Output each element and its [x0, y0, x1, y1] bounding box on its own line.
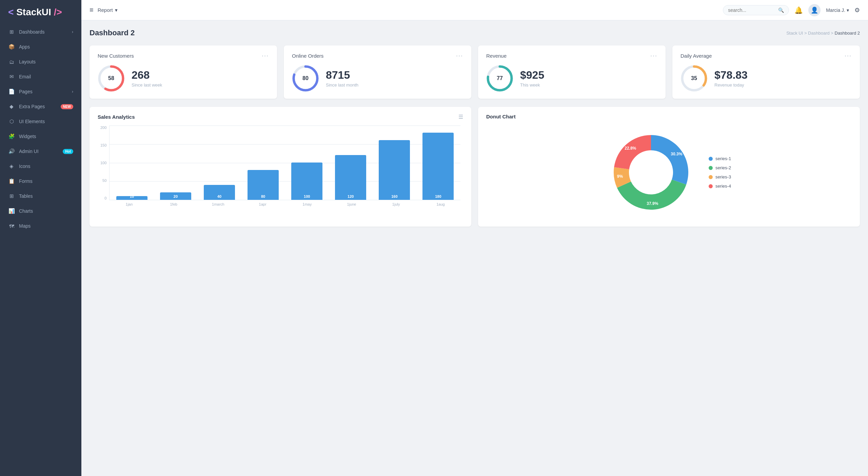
stat-value-revenue: $925 — [520, 70, 544, 80]
legend-item-0: series-1 — [709, 156, 731, 161]
badge-new: New — [61, 104, 73, 109]
sidebar-item-layouts[interactable]: 🗂 Layouts — [0, 54, 81, 69]
stat-dots-daily-average[interactable]: ··· — [845, 52, 852, 59]
menu-icon[interactable]: ≡ — [90, 6, 94, 14]
stat-card-new-customers: New Customers ··· 58 268 Since last week — [90, 45, 277, 99]
bar-label-inside-1jan: 10 — [130, 194, 134, 200]
y-label-100: 100 — [100, 161, 106, 165]
search-input[interactable] — [728, 7, 775, 13]
sidebar-item-extra-pages[interactable]: ◆ Extra Pages New — [0, 99, 81, 114]
main-content: ≡ Report ▾ 🔍 🔔 👤 Marcia J. ▾ ⚙ Dashboard… — [81, 0, 868, 476]
sidebar-item-widgets[interactable]: 🧩 Widgets — [0, 129, 81, 144]
nav-icon-admin-ui: 🔊 — [8, 148, 15, 155]
bar-xlabel-1apr: 1apr — [243, 200, 282, 206]
stat-card-body-daily-average: 35 $78.83 Revenue today — [680, 65, 852, 92]
stat-title-daily-average: Daily Average — [680, 53, 712, 59]
donut-pct-3: 22.8% — [625, 146, 636, 151]
circle-text-new-customers: 58 — [108, 75, 114, 81]
stat-dots-revenue[interactable]: ··· — [650, 52, 657, 59]
bar-1apr[interactable]: 80 — [248, 170, 279, 200]
sidebar-item-admin-ui[interactable]: 🔊 Admin UI Hot — [0, 144, 81, 159]
stat-dots-online-orders[interactable]: ··· — [456, 52, 463, 59]
donut-legend: series-1 series-2 series-3 series-4 — [709, 156, 731, 189]
bar-1feb[interactable]: 20 — [160, 192, 191, 200]
donut-wrap: 30.3%37.9%9%22.8% series-1 series-2 seri… — [486, 125, 852, 220]
bell-icon[interactable]: 🔔 — [794, 6, 803, 14]
bar-item-1may: 100 — [288, 126, 327, 200]
sidebar-item-icons[interactable]: ◈ Icons — [0, 159, 81, 174]
stat-sub-online-orders: Since last month — [326, 82, 358, 88]
stat-title-revenue: Revenue — [486, 53, 507, 59]
logo-text: StackUI — [16, 7, 54, 17]
header: ≡ Report ▾ 🔍 🔔 👤 Marcia J. ▾ ⚙ — [81, 0, 868, 20]
stat-value-new-customers: 268 — [132, 70, 162, 80]
stat-values-online-orders: 8715 Since last month — [326, 70, 358, 88]
y-label-150: 150 — [100, 143, 106, 147]
bar-item-1aug: 180 — [419, 126, 458, 200]
breadcrumb-current: Dashboard 2 — [835, 31, 860, 36]
bar-1july[interactable]: 160 — [379, 140, 410, 200]
sidebar-item-dashboards[interactable]: ⊞ Dashboards › — [0, 24, 81, 39]
sidebar-item-tables[interactable]: ⊞ Tables — [0, 189, 81, 204]
sidebar-item-maps[interactable]: 🗺 Maps — [0, 218, 81, 233]
bar-1jan[interactable]: 10 — [116, 196, 147, 200]
legend-item-1: series-2 — [709, 165, 731, 170]
bar-chart-wrap: 200 150 100 50 0 — [98, 126, 463, 206]
bar-xlabel-1june: 1june — [332, 200, 371, 206]
nav-arrow: › — [72, 89, 73, 94]
header-right: 🔍 🔔 👤 Marcia J. ▾ ⚙ — [723, 4, 860, 16]
logo-lt: < — [8, 7, 16, 17]
sidebar-item-pages[interactable]: 📄 Pages › — [0, 84, 81, 99]
gear-icon[interactable]: ⚙ — [854, 6, 860, 14]
nav-label-apps: Apps — [19, 44, 73, 50]
stat-sub-revenue: This week — [520, 82, 544, 88]
stat-card-header-revenue: Revenue ··· — [486, 52, 657, 59]
stat-values-new-customers: 268 Since last week — [132, 70, 162, 88]
nav-icon-maps: 🗺 — [8, 223, 15, 229]
stat-card-body-new-customers: 58 268 Since last week — [98, 65, 269, 92]
bar-1june[interactable]: 120 — [335, 155, 366, 200]
nav-icon-dashboards: ⊞ — [8, 28, 15, 35]
donut-seg-0[interactable] — [651, 135, 688, 185]
legend-item-2: series-3 — [709, 174, 731, 179]
nav-icon-widgets: 🧩 — [8, 133, 15, 140]
circle-text-daily-average: 35 — [691, 75, 697, 81]
nav-label-maps: Maps — [19, 223, 73, 229]
bar-item-1june: 120 — [331, 126, 370, 200]
stat-card-body-online-orders: 80 8715 Since last month — [292, 65, 463, 92]
search-icon: 🔍 — [778, 7, 784, 13]
nav-icon-extra-pages: ◆ — [8, 103, 15, 110]
stat-values-revenue: $925 This week — [520, 70, 544, 88]
nav-label-admin-ui: Admin UI — [19, 149, 63, 154]
legend-dot-3 — [709, 184, 713, 188]
breadcrumb-part-1: Stack UI — [786, 31, 803, 36]
report-label: Report — [98, 7, 113, 13]
nav-icon-ui-elements: ⬡ — [8, 118, 15, 125]
stat-card-online-orders: Online Orders ··· 80 8715 Since last mon… — [284, 45, 471, 99]
donut-chart-card: Donut Chart 30.3%37.9%9%22.8% series-1 s… — [478, 107, 860, 227]
bar-chart: 10204080100120160180 — [109, 126, 460, 200]
sidebar-nav: ⊞ Dashboards › 📦 Apps 🗂 Layouts ✉ Email … — [0, 24, 81, 476]
bar-1may[interactable]: 100 — [291, 163, 322, 200]
user-chevron: ▾ — [847, 7, 849, 13]
nav-icon-charts: 📊 — [8, 208, 15, 214]
donut-seg-3[interactable] — [614, 135, 651, 169]
bar-1march[interactable]: 40 — [204, 185, 235, 200]
stat-card-header-new-customers: New Customers ··· — [98, 52, 269, 59]
sidebar-item-apps[interactable]: 📦 Apps — [0, 39, 81, 54]
bar-1aug[interactable]: 180 — [422, 133, 454, 200]
bar-item-1march: 40 — [200, 126, 239, 200]
sidebar-item-ui-elements[interactable]: ⬡ UI Elements — [0, 114, 81, 129]
user-name[interactable]: Marcia J. ▾ — [826, 7, 849, 13]
sidebar-item-email[interactable]: ✉ Email — [0, 69, 81, 84]
report-dropdown[interactable]: Report ▾ — [98, 7, 118, 13]
stat-card-header-daily-average: Daily Average ··· — [680, 52, 852, 59]
breadcrumb-part-2: Dashboard — [808, 31, 830, 36]
bar-xlabel-1feb: 1feb — [154, 200, 194, 206]
sidebar-item-forms[interactable]: 📋 Forms — [0, 174, 81, 189]
logo: < StackUI /> — [0, 0, 81, 24]
nav-label-dashboards: Dashboards — [19, 29, 72, 35]
sidebar-item-charts[interactable]: 📊 Charts — [0, 204, 81, 218]
stat-dots-new-customers[interactable]: ··· — [262, 52, 269, 59]
bar-chart-menu-icon[interactable]: ☰ — [458, 114, 463, 120]
